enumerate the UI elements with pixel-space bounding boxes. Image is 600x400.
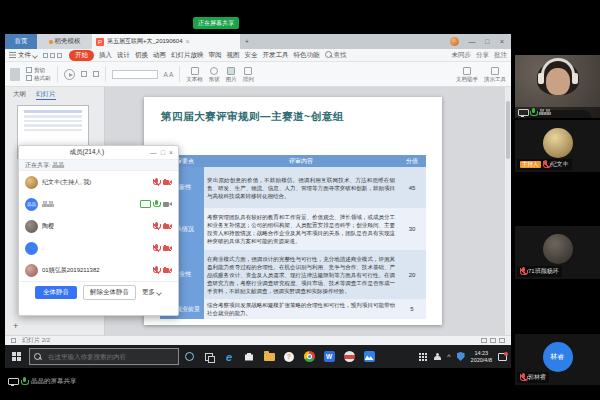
camera-icon[interactable] (163, 201, 172, 207)
panel-close-button[interactable]: × (169, 149, 173, 156)
close-button[interactable]: × (495, 38, 509, 45)
font-size-buttons[interactable]: A A (164, 71, 174, 78)
menu-tab-home[interactable]: 开始 (69, 50, 94, 61)
present-tools-button[interactable]: 演示工具 (484, 67, 506, 82)
chevron-down-icon (33, 53, 38, 58)
participant-video-tile[interactable]: 晶晶 (515, 55, 600, 118)
sync-status[interactable]: 未同步 (452, 51, 472, 60)
presentation-file-icon: P (96, 38, 104, 46)
slide-counter: 幻灯片 2/2 (22, 336, 50, 345)
participant-tile[interactable]: 71班颜杨环 (515, 226, 600, 279)
menu-find[interactable]: 查找 (325, 51, 347, 60)
screen-share-status-pill: 正在屏幕共享 (193, 17, 239, 29)
mic-muted-icon (543, 160, 549, 169)
vertical-scrollbar[interactable] (505, 87, 511, 335)
mic-on-icon[interactable] (153, 200, 159, 209)
meeting-app-icon[interactable] (359, 345, 379, 368)
security-shield-icon[interactable] (457, 352, 465, 361)
mic-muted-icon[interactable] (153, 178, 159, 187)
cortana-icon[interactable] (179, 345, 199, 368)
mic-muted-icon[interactable] (153, 266, 159, 275)
new-tab-button[interactable]: + (240, 34, 254, 49)
search-input[interactable] (46, 352, 166, 361)
picture-button[interactable]: 图片 (226, 67, 237, 82)
menu-tab-slideshow[interactable]: 幻灯片放映 (171, 51, 204, 60)
media-app-icon[interactable] (339, 345, 359, 368)
arrange-button[interactable]: 排列 (243, 67, 254, 82)
menu-tab-animation[interactable]: 动画 (153, 51, 166, 60)
task-view-icon[interactable] (199, 345, 219, 368)
menu-tab-security[interactable]: 安全 (245, 51, 258, 60)
notification-icon[interactable] (498, 353, 507, 361)
outline-tab[interactable]: 大纲 (13, 90, 26, 100)
play-slideshow-button[interactable] (64, 69, 75, 80)
tab-close-icon[interactable]: × (186, 38, 190, 45)
mic-muted-icon[interactable] (153, 222, 159, 231)
slide[interactable]: 第四届大赛评审规则—主赛道~创意组 评审要点 评审内容 分值 创新性 突出原始创… (144, 97, 442, 325)
menu-tab-devtools[interactable]: 开发工具 (263, 51, 289, 60)
taskbar-clock[interactable]: 14:232020/4/8 (471, 350, 492, 364)
textbox-button[interactable]: 文本框 (186, 67, 203, 82)
tray-expand-icon[interactable]: ^ (447, 353, 450, 360)
layout-button[interactable] (81, 71, 87, 77)
camera-off-icon[interactable] (163, 245, 172, 251)
participant-name: 晶晶 (539, 108, 551, 117)
participant-tile[interactable]: 林睿 郭林睿 (515, 334, 600, 385)
people-icon[interactable] (433, 353, 441, 361)
store-icon[interactable] (239, 345, 259, 368)
edge-icon[interactable]: e (219, 345, 239, 368)
start-button[interactable] (5, 345, 29, 368)
font-select[interactable] (112, 70, 158, 79)
menu-tab-design[interactable]: 设计 (117, 51, 130, 60)
grid-view-icon[interactable] (11, 338, 16, 343)
comment-action[interactable]: 批注 (494, 51, 507, 60)
member-row[interactable]: 纪文丰(主持人, 我) (19, 171, 178, 193)
member-row[interactable]: 晶晶 晶晶 (19, 193, 178, 215)
unmute-all-button[interactable]: 解除全体静音 (83, 285, 136, 300)
file-menu[interactable]: 文件 (9, 51, 38, 60)
input-indicator-icon[interactable] (419, 353, 427, 361)
menu-tab-review[interactable]: 审阅 (209, 51, 222, 60)
wps-account-avatar[interactable] (450, 37, 459, 46)
help-icon[interactable]: ? (279, 345, 299, 368)
taskbar-search[interactable] (29, 348, 179, 365)
screen-share-bar: 晶晶的屏幕共享 (8, 377, 77, 386)
file-explorer-icon[interactable] (259, 345, 279, 368)
new-slide-button[interactable]: + (13, 321, 18, 331)
tab-template[interactable]: 稻壳模板 (37, 34, 92, 49)
maximize-button[interactable]: □ (480, 38, 494, 45)
doc-assistant-button[interactable]: 文档助手 (456, 67, 478, 82)
mute-all-button[interactable]: 全体静音 (35, 286, 77, 299)
panel-minimize-button[interactable]: — (150, 149, 157, 156)
camera-off-icon[interactable] (163, 267, 172, 273)
avatar: 林睿 (543, 342, 573, 372)
mic-muted-icon[interactable] (153, 244, 159, 253)
panel-maximize-button[interactable]: □ (161, 149, 165, 156)
cut-button[interactable]: 剪切 (26, 66, 51, 74)
tab-home[interactable]: 首页 (5, 34, 37, 49)
more-button[interactable]: 更多 (142, 288, 162, 297)
participant-tile[interactable]: 主持人 纪文丰 (515, 120, 600, 172)
member-row[interactable]: 陶樱 (19, 215, 178, 237)
view-mode-icons[interactable] (478, 338, 505, 344)
member-row[interactable]: 01姚弘晨2019211382 (19, 259, 178, 281)
chrome-icon[interactable] (299, 345, 319, 368)
wps-icon[interactable]: W (319, 345, 339, 368)
camera-off-icon[interactable] (163, 179, 172, 185)
slides-tab[interactable]: 幻灯片 (36, 90, 56, 100)
camera-off-icon[interactable] (163, 223, 172, 229)
member-row[interactable]: . (19, 237, 178, 259)
menu-tab-view[interactable]: 视图 (227, 51, 240, 60)
menu-tab-insert[interactable]: 插入 (99, 51, 112, 60)
share-action[interactable]: 分享 (476, 51, 489, 60)
format-painter-button[interactable]: 格式刷 (26, 74, 51, 82)
minimize-button[interactable]: — (465, 38, 479, 45)
menu-tab-features[interactable]: 特色功能 (294, 51, 320, 60)
tab-document[interactable]: P 第五届互联网+大_20190604 × (92, 34, 240, 49)
paste-button[interactable] (10, 68, 20, 81)
reset-button[interactable] (93, 71, 99, 77)
shape-button[interactable]: 形状 (209, 67, 220, 82)
menu-tab-transition[interactable]: 切换 (135, 51, 148, 60)
screen-share-icon[interactable] (140, 200, 149, 208)
quick-access-icons[interactable] (43, 52, 64, 59)
